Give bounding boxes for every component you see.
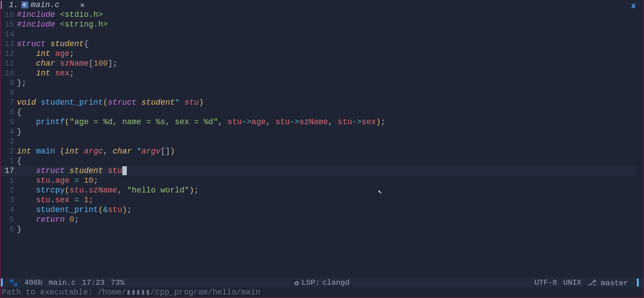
gear-icon: ✿ [294, 278, 299, 287]
tab-close-icon[interactable]: ✕ [80, 0, 85, 10]
status-left-bar [1, 278, 3, 286]
line-number: 5 [1, 215, 17, 224]
line-number: 5 [1, 117, 17, 127]
git-branch-icon: ⎇ [588, 279, 597, 287]
code-text[interactable]: strcpy(stu.szName, "hello world"); [17, 185, 635, 195]
tab-filename: main.c [31, 0, 60, 9]
status-position: 17:23 [82, 278, 105, 287]
status-encoding: UTF-8 [535, 278, 557, 287]
line-number: 3 [1, 195, 17, 205]
code-editor[interactable]: ↖ 16#include <stdio.h>15#include <string… [1, 10, 643, 278]
line-number: 11 [1, 59, 17, 68]
code-text[interactable]: printf("age = %d, name = %s, sex = %d", … [17, 117, 635, 127]
code-text[interactable]: char szName[100]; [17, 59, 635, 68]
code-text[interactable]: stu.age = 10; [17, 176, 635, 185]
code-line[interactable]: 11 char szName[100]; [1, 59, 635, 68]
code-text[interactable]: } [17, 224, 635, 234]
c-file-icon: C [21, 1, 28, 8]
status-percent: 73% [111, 278, 125, 287]
line-number: 6 [1, 107, 17, 117]
tab-index: 1. [9, 0, 19, 9]
code-text[interactable]: int main (int argc, char *argv[]) [17, 146, 635, 156]
line-number: 1 [1, 156, 17, 166]
status-os: UNIX [563, 278, 582, 287]
code-line[interactable]: 6{ [1, 107, 635, 117]
line-number: 6 [1, 224, 17, 234]
line-number: 10 [1, 68, 17, 78]
tab-bar: 1. C main.c ✕ ✘ [1, 0, 643, 10]
line-number: 14 [1, 29, 17, 39]
code-line[interactable]: 5 printf("age = %d, name = %s, sex = %d"… [1, 117, 635, 127]
line-number: 9 [1, 78, 17, 88]
code-line[interactable]: 3 stu.sex = 1; [1, 195, 635, 205]
line-number: 7 [1, 98, 17, 107]
line-number: 4 [1, 127, 17, 137]
code-line[interactable]: 13struct student{ [1, 39, 635, 49]
code-text[interactable]: struct student stu [17, 166, 635, 176]
code-text[interactable]: void student_print(struct student* stu) [17, 98, 635, 107]
code-text[interactable] [17, 137, 635, 146]
code-text[interactable]: }; [17, 78, 635, 88]
scrollbar[interactable] [637, 10, 642, 278]
line-number: 4 [1, 205, 17, 215]
code-line[interactable]: 16#include <stdio.h> [1, 10, 635, 20]
tab-main-c[interactable]: 1. C main.c ✕ [4, 0, 89, 10]
code-line[interactable]: 2int main (int argc, char *argv[]) [1, 146, 635, 156]
code-line[interactable]: 6} [1, 224, 635, 234]
code-text[interactable] [17, 29, 635, 39]
line-number: 13 [1, 39, 17, 49]
code-line[interactable]: 17 struct student stu [1, 166, 635, 176]
line-number: 1 [1, 176, 17, 185]
code-text[interactable]: { [17, 156, 635, 166]
status-right-bar [637, 278, 639, 286]
git-branch-name: master [601, 279, 628, 287]
line-number: 17 [1, 166, 17, 176]
code-line[interactable]: 15#include <string.h> [1, 20, 635, 29]
code-text[interactable]: { [17, 107, 635, 117]
code-text[interactable]: #include <string.h> [17, 20, 635, 29]
line-number: 8 [1, 88, 17, 98]
code-text[interactable]: struct student{ [17, 39, 635, 49]
code-line[interactable]: 5 return 0; [1, 215, 635, 224]
command-line[interactable]: Path to executable: /home/▮▮▮▮▮/cpp_prog… [1, 287, 643, 297]
logo-icon: 🐾 [9, 278, 18, 287]
status-lsp-label: LSP: [302, 278, 320, 287]
code-line[interactable]: 1 stu.age = 10; [1, 176, 635, 185]
code-text[interactable]: } [17, 127, 635, 137]
code-line[interactable]: 4} [1, 127, 635, 137]
code-line[interactable]: 1{ [1, 156, 635, 166]
code-line[interactable]: 4 student_print(&stu); [1, 205, 635, 215]
code-text[interactable]: return 0; [17, 215, 635, 224]
code-line[interactable]: 14 [1, 29, 635, 39]
status-filename: main.c [49, 278, 76, 287]
code-text[interactable] [17, 88, 635, 98]
code-line[interactable]: 8 [1, 88, 635, 98]
git-branch: ⎇ master [588, 278, 628, 287]
line-number: 2 [1, 146, 17, 156]
status-filesize: 406b [24, 278, 43, 287]
status-lsp-server: clangd [322, 278, 349, 287]
code-line[interactable]: 12 int age; [1, 49, 635, 59]
code-text[interactable]: #include <stdio.h> [17, 10, 635, 20]
line-number: 15 [1, 20, 17, 29]
status-bar: 🐾 406b main.c 17:23 73% ✿ LSP: clangd UT… [1, 278, 643, 287]
code-text[interactable]: int age; [17, 49, 635, 59]
code-line[interactable]: 2 strcpy(stu.szName, "hello world"); [1, 185, 635, 195]
line-number: 12 [1, 49, 17, 59]
line-number: 3 [1, 137, 17, 146]
code-text[interactable]: student_print(&stu); [17, 205, 635, 215]
code-line[interactable]: 3 [1, 137, 635, 146]
code-text[interactable]: int sex; [17, 68, 635, 78]
code-line[interactable]: 9}; [1, 78, 635, 88]
line-number: 16 [1, 10, 17, 20]
code-text[interactable]: stu.sex = 1; [17, 195, 635, 205]
code-line[interactable]: 7void student_print(struct student* stu) [1, 98, 635, 107]
window-close-icon[interactable]: ✘ [631, 1, 636, 11]
code-line[interactable]: 10 int sex; [1, 68, 635, 78]
line-number: 2 [1, 185, 17, 195]
